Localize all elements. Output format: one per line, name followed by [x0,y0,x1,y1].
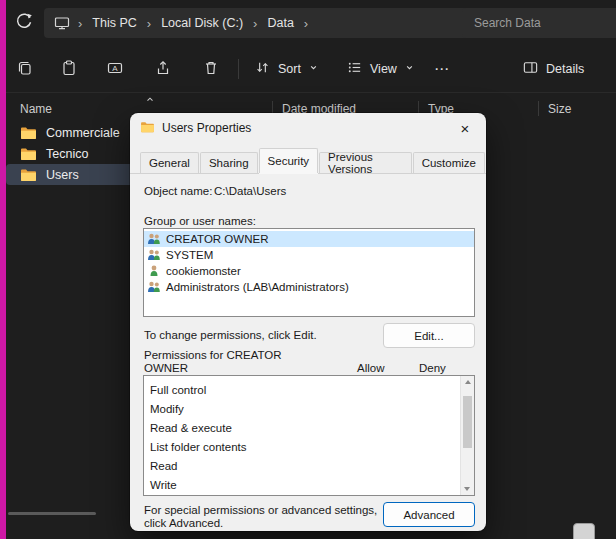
dialog-titlebar[interactable]: Users Properties × [130,113,486,143]
share-icon [154,59,172,80]
svg-text:A: A [112,63,118,72]
folder-icon [20,168,37,182]
tab-security[interactable]: Security [259,148,319,173]
file-name: Users [46,168,79,182]
file-name: Tecnico [46,147,88,161]
principal-name: cookiemonster [166,265,241,277]
delete-button[interactable] [194,53,228,85]
chevron-down-icon [404,62,415,76]
paste-icon [60,59,78,80]
permission-row[interactable]: List folder contents [144,438,474,457]
advanced-hint: For special permissions or advanced sett… [144,504,389,529]
principal-row[interactable]: SYSTEM [144,247,474,263]
details-label: Details [546,62,584,76]
principal-row[interactable]: Administrators (LAB\Administrators) [144,279,474,295]
search-box[interactable]: Search Data [462,8,616,38]
sort-icon [254,59,271,79]
accent-strip [0,0,6,539]
sort-label: Sort [278,62,301,76]
close-icon[interactable]: × [454,117,476,139]
principal-name: Administrators (LAB\Administrators) [166,281,349,293]
address-bar[interactable]: ›This PC›Local Disk (C:)›Data› [44,8,474,38]
share-button[interactable] [146,53,180,85]
rename-button[interactable]: A [98,53,132,85]
permissions-label: Permissions for CREATOR OWNER [144,349,294,374]
this-pc-icon [54,16,70,30]
tab-strip: GeneralSharingSecurityPrevious VersionsC… [130,149,486,174]
scroll-up-icon[interactable] [465,380,471,384]
group-list[interactable]: CREATOR OWNERSYSTEMcookiemonsterAdminist… [143,228,475,317]
refresh-icon [14,12,34,36]
group-icon [147,281,161,293]
permission-row[interactable]: Read [144,457,474,476]
column-header[interactable]: Name [20,102,52,116]
search-placeholder: Search Data [474,16,541,30]
breadcrumb-chevron-icon: › [253,16,257,31]
advanced-button[interactable]: Advanced [383,502,475,527]
folder-icon [140,121,155,136]
folder-icon [20,126,37,140]
details-button[interactable]: Details [514,53,592,85]
permission-row[interactable]: Modify [144,400,474,419]
scrollbar-thumb[interactable] [463,396,472,448]
permissions-scrollbar[interactable] [460,376,474,495]
edit-button[interactable]: Edit... [383,323,475,348]
breadcrumb-chevron-icon: › [147,16,151,31]
toolbar: A [6,46,616,93]
permission-list[interactable]: Full controlModifyRead & executeList fol… [143,375,475,496]
user-icon [147,265,161,277]
tab-customize[interactable]: Customize [413,152,485,173]
object-name-label: Object name: [144,185,212,198]
more-button[interactable]: ⋯ [426,53,458,85]
permission-row[interactable]: Write [144,476,474,495]
file-name: Commerciale [46,126,120,140]
edit-hint: To change permissions, click Edit. [144,329,317,342]
toolbar-separator [238,59,239,79]
principal-row[interactable]: cookiemonster [144,263,474,279]
paste-button[interactable] [52,53,86,85]
deny-column-label: Deny [419,362,446,375]
more-icon: ⋯ [434,60,450,78]
view-button[interactable]: View [338,53,423,85]
group-list-label: Group or user names: [144,215,256,228]
allow-column-label: Allow [357,362,384,375]
principal-name: SYSTEM [166,249,213,261]
breadcrumb-item[interactable]: This PC [90,15,138,31]
group-icon [147,233,161,245]
refresh-button[interactable] [12,12,36,36]
permission-row[interactable]: Full control [144,381,474,400]
details-icon [522,59,539,79]
advanced-button-label: Advanced [403,509,454,521]
sort-ascending-icon [144,93,156,107]
chevron-down-icon [308,62,319,76]
object-name-value: C:\Data\Users [214,185,286,198]
principal-name: CREATOR OWNER [166,233,268,245]
properties-dialog: Users Properties × GeneralSharingSecurit… [130,113,486,531]
breadcrumb-item[interactable]: Local Disk (C:) [159,15,245,31]
horizontal-scrollbar[interactable] [8,512,96,515]
column-divider[interactable] [538,101,539,116]
explorer-window: ›This PC›Local Disk (C:)›Data› Search Da… [0,0,616,539]
copy-button[interactable] [8,53,42,85]
sort-button[interactable]: Sort [246,53,327,85]
rename-icon: A [106,59,124,80]
copy-icon [16,59,34,80]
view-icon [346,59,363,79]
dialog-title: Users Properties [162,121,251,135]
view-label: View [370,62,397,76]
tab-general[interactable]: General [140,152,199,173]
tab-sharing[interactable]: Sharing [200,152,258,173]
breadcrumb-item[interactable]: Data [265,15,295,31]
breadcrumb-chevron-icon: › [78,16,82,31]
column-header[interactable]: Size [548,102,571,116]
principal-row[interactable]: CREATOR OWNER [144,231,474,247]
permission-row[interactable]: Read & execute [144,419,474,438]
delete-icon [202,59,220,80]
edit-button-label: Edit... [414,330,443,342]
taskbar-icon[interactable] [573,523,595,539]
folder-icon [20,147,37,161]
breadcrumb-chevron-icon: › [304,16,308,31]
tab-previous-versions[interactable]: Previous Versions [319,152,412,173]
scroll-down-icon[interactable] [464,487,470,491]
group-icon [147,249,161,261]
